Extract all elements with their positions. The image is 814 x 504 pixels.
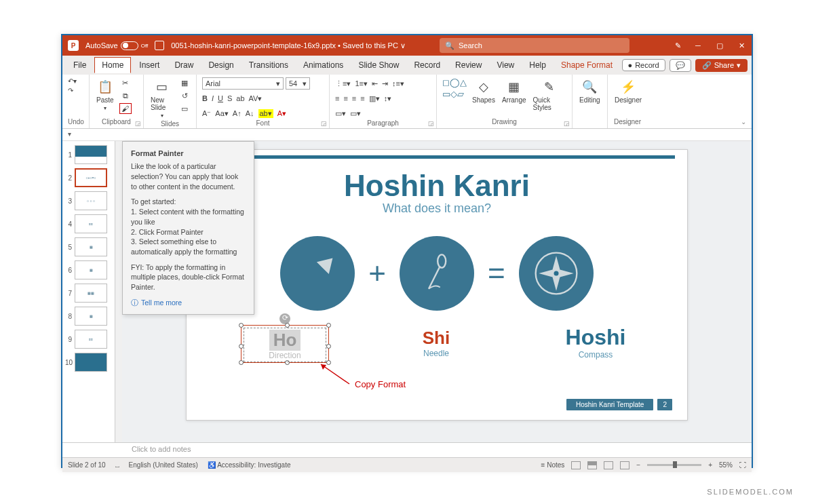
font-size-select[interactable]: 54▾: [286, 77, 310, 90]
reset-icon[interactable]: ↺: [178, 90, 191, 101]
new-slide-button[interactable]: ▭ New Slide▾: [149, 77, 174, 120]
drawing-launcher-icon[interactable]: ◲: [564, 120, 570, 127]
strike-button[interactable]: S: [227, 94, 232, 102]
redo-icon[interactable]: ↷: [68, 87, 77, 94]
underline-button[interactable]: U: [218, 94, 223, 102]
thumb-10[interactable]: [75, 353, 107, 372]
tab-view[interactable]: View: [490, 58, 521, 73]
tab-draw[interactable]: Draw: [168, 58, 200, 73]
paste-button[interactable]: 📋 Paste▾: [95, 77, 115, 113]
grow-font-button[interactable]: A↑: [233, 109, 241, 117]
tab-insert[interactable]: Insert: [132, 58, 166, 73]
text-dir-button[interactable]: ↕▾: [384, 94, 392, 103]
tell-me-more-link[interactable]: ⓘ Tell me more: [131, 298, 246, 308]
normal-view-icon[interactable]: [571, 461, 581, 469]
sorter-view-icon[interactable]: [587, 461, 597, 469]
zoom-out-button[interactable]: −: [636, 461, 640, 469]
cut-icon[interactable]: ✂: [119, 77, 132, 88]
align-center-button[interactable]: ≡: [343, 94, 347, 102]
zoom-in-button[interactable]: +: [708, 461, 712, 469]
search-input[interactable]: 🔍 Search: [440, 38, 629, 53]
charspace-button[interactable]: AV▾: [249, 94, 263, 103]
thumb-8[interactable]: ▦: [75, 307, 107, 326]
numbering-button[interactable]: 1≡▾: [355, 79, 368, 88]
notes-toggle[interactable]: ≡ Notes: [541, 461, 565, 469]
case-button[interactable]: Aa▾: [215, 109, 228, 118]
comments-button[interactable]: 💬: [670, 59, 691, 72]
shape-gallery[interactable]: ◻◯△: [442, 77, 467, 88]
record-button[interactable]: ● Record: [622, 59, 665, 71]
tab-animations[interactable]: Animations: [296, 58, 350, 73]
shadow-button[interactable]: ab: [236, 94, 244, 102]
arrange-button[interactable]: ▦Arrange: [501, 77, 528, 105]
clear-format-button[interactable]: A⁻: [202, 109, 211, 118]
thumb-9[interactable]: ≡≡: [75, 330, 107, 349]
smartart-button[interactable]: ▭▾: [350, 109, 361, 118]
thumb-2[interactable]: ○+○=○: [75, 168, 107, 187]
layout-icon[interactable]: ▦: [178, 77, 191, 88]
tab-home[interactable]: Home: [94, 57, 131, 73]
zoom-slider[interactable]: [647, 464, 701, 466]
thumb-scrollbar[interactable]: [115, 141, 122, 442]
quick-styles-button[interactable]: ✎Quick Styles: [532, 77, 567, 113]
tab-review[interactable]: Review: [448, 58, 488, 73]
ink-icon[interactable]: ✎: [675, 41, 681, 50]
indent-inc-button[interactable]: ⇥: [382, 79, 388, 88]
accessibility-icon[interactable]: ♿ Accessibility: Investigate: [208, 461, 291, 469]
tab-slideshow[interactable]: Slide Show: [351, 58, 406, 73]
rotate-handle-icon[interactable]: ⟳: [279, 313, 290, 324]
thumb-3[interactable]: ○ ○ ○: [75, 191, 107, 210]
editing-button[interactable]: 🔍Editing: [578, 77, 602, 105]
copy-icon[interactable]: ⧉: [119, 90, 132, 101]
thumb-1[interactable]: [75, 145, 107, 164]
thumb-5[interactable]: ▦: [75, 237, 107, 256]
close-button[interactable]: ✕: [737, 41, 746, 50]
zoom-level[interactable]: 55%: [719, 461, 733, 469]
tab-record[interactable]: Record: [407, 58, 447, 73]
align-right-button[interactable]: ≡: [352, 94, 356, 102]
font-color-button[interactable]: A▾: [277, 109, 286, 118]
clipboard-launcher-icon[interactable]: ◲: [135, 120, 141, 127]
shapes-button[interactable]: ◇Shapes: [471, 77, 497, 105]
line-spacing-button[interactable]: ↕≡▾: [392, 79, 404, 88]
minimize-button[interactable]: ─: [693, 41, 703, 50]
section-icon[interactable]: ▭: [178, 103, 191, 114]
filename[interactable]: 0051-hoshin-kanri-powerpoint-template-16…: [171, 41, 406, 50]
status-language[interactable]: English (United States): [129, 461, 198, 469]
qat-customize-icon[interactable]: ▾: [68, 130, 71, 138]
status-slide[interactable]: Slide 2 of 10: [68, 461, 106, 469]
indent-dec-button[interactable]: ⇤: [372, 79, 378, 88]
format-painter-icon[interactable]: 🖌: [119, 103, 132, 114]
slideshow-view-icon[interactable]: [620, 461, 629, 469]
bullets-button[interactable]: ⋮≡▾: [335, 79, 351, 88]
thumb-4[interactable]: ≡≡: [75, 214, 107, 233]
highlight-button[interactable]: ab▾: [258, 109, 273, 118]
italic-button[interactable]: I: [212, 94, 214, 102]
fit-to-window-icon[interactable]: ⛶: [739, 461, 746, 469]
align-left-button[interactable]: ≡: [335, 94, 339, 102]
bold-button[interactable]: B: [202, 94, 208, 102]
tab-transitions[interactable]: Transitions: [242, 58, 295, 73]
paragraph-launcher-icon[interactable]: ◲: [428, 120, 434, 127]
align-vert-button[interactable]: ▭▾: [335, 109, 346, 118]
columns-button[interactable]: ▥▾: [369, 94, 380, 103]
shape-gallery-2[interactable]: ▭◇▱: [442, 89, 467, 99]
selected-textbox[interactable]: ⟳ Ho Direction: [241, 325, 329, 363]
thumb-6[interactable]: ▦: [75, 260, 107, 279]
slide-canvas[interactable]: Hoshin Kanri What does it mean? + =: [186, 149, 688, 421]
font-launcher-icon[interactable]: ◲: [321, 120, 327, 127]
tab-help[interactable]: Help: [522, 58, 553, 73]
thumb-7[interactable]: ▦▦: [75, 284, 107, 303]
tab-shape-format[interactable]: Shape Format: [554, 58, 619, 73]
toggle-switch[interactable]: [121, 41, 138, 50]
tab-design[interactable]: Design: [201, 58, 240, 73]
maximize-button[interactable]: ▢: [715, 41, 724, 50]
save-icon[interactable]: [155, 41, 164, 50]
collapse-ribbon-icon[interactable]: ⌄: [735, 115, 752, 128]
notes-pane[interactable]: Click to add notes: [62, 442, 752, 457]
undo-icon[interactable]: ↶▾: [68, 77, 77, 85]
designer-button[interactable]: ⚡Designer: [613, 77, 643, 105]
justify-button[interactable]: ≡: [360, 94, 364, 102]
reading-view-icon[interactable]: [604, 461, 613, 469]
tab-file[interactable]: File: [66, 58, 93, 73]
